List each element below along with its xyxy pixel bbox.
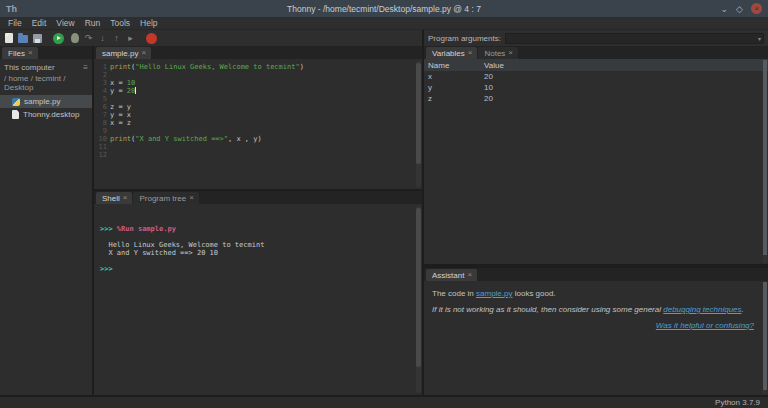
- step-into-icon[interactable]: ↓: [98, 33, 107, 43]
- close-tab-icon[interactable]: [123, 194, 128, 202]
- step-out-icon[interactable]: ↑: [112, 33, 121, 43]
- editor-tabbar: sample.py: [94, 46, 422, 59]
- menu-view[interactable]: View: [52, 17, 78, 29]
- menu-edit[interactable]: Edit: [28, 17, 51, 29]
- stop-icon[interactable]: [146, 33, 157, 44]
- line-number: 4: [94, 87, 107, 95]
- titlebar: Th Thonny - /home/tecmint/Desktop/sample…: [0, 0, 768, 17]
- code-line: [110, 95, 422, 103]
- tab-label: Variables: [432, 49, 465, 58]
- close-icon[interactable]: ×: [751, 3, 762, 14]
- files-header: This computer ≡: [0, 62, 92, 73]
- line-numbers: 123456789101112: [94, 63, 110, 189]
- menu-run[interactable]: Run: [81, 17, 105, 29]
- shell-panel: ShellProgram tree >>> %Run sample.py Hel…: [94, 191, 422, 395]
- step-over-icon[interactable]: ↷: [84, 33, 93, 43]
- assistant-link[interactable]: debugging techniques: [663, 305, 741, 314]
- tab-shell-shell[interactable]: Shell: [96, 192, 132, 204]
- feedback-row: Was it helpful or confusing?: [432, 321, 754, 330]
- table-row[interactable]: x20: [424, 71, 768, 82]
- line-number: 3: [94, 79, 107, 87]
- shell-line: Hello Linux Geeks, Welcome to tecmint: [100, 241, 422, 249]
- code-line: [110, 127, 422, 135]
- menu-file[interactable]: File: [4, 17, 26, 29]
- variables-scrollbar[interactable]: [763, 60, 767, 263]
- file-item[interactable]: sample.py: [0, 95, 92, 108]
- assistant-tabbar: Assistant: [424, 268, 768, 281]
- tab-files[interactable]: Files: [2, 47, 38, 59]
- line-number: 9: [94, 127, 107, 135]
- column-value[interactable]: Value: [484, 61, 504, 70]
- resume-icon[interactable]: ▸: [126, 33, 135, 43]
- toolbar: ↷ ↓ ↑ ▸: [0, 30, 422, 46]
- assistant-link[interactable]: sample.py: [476, 289, 512, 298]
- code-token: "Hello Linux Geeks, Welcome to tecmint": [135, 63, 299, 71]
- python-version[interactable]: Python 3.7.9: [715, 398, 760, 407]
- variables-table: Name Value x20y10z20: [424, 59, 768, 264]
- assistant-scrollbar[interactable]: [763, 282, 767, 394]
- open-file-icon[interactable]: [18, 35, 28, 43]
- panels-row: Files This computer ≡ / home / tecmint /…: [0, 46, 422, 395]
- close-tab-icon[interactable]: [189, 194, 194, 202]
- variables-rows: x20y10z20: [424, 71, 768, 104]
- chevron-down-icon[interactable]: ▾: [758, 35, 761, 42]
- line-number: 10: [94, 135, 107, 143]
- debug-script-icon[interactable]: [71, 33, 79, 43]
- program-arguments-input[interactable]: ▾: [505, 33, 764, 44]
- new-file-icon[interactable]: [5, 33, 13, 43]
- close-tab-icon[interactable]: [28, 49, 33, 57]
- code-line: print("Hello Linux Geeks, Welcome to tec…: [110, 63, 422, 71]
- shell-token: Hello Linux Geeks, Welcome to tecmint: [100, 241, 264, 249]
- minimize-icon[interactable]: ⌄: [721, 4, 729, 14]
- code-line: x = z: [110, 119, 422, 127]
- table-row[interactable]: z20: [424, 93, 768, 104]
- feedback-link[interactable]: Was it helpful or confusing?: [656, 321, 754, 330]
- menu-hamburger-icon[interactable]: ≡: [83, 63, 88, 72]
- files-body: This computer ≡ / home / tecmint / Deskt…: [0, 59, 92, 395]
- files-path: / home / tecmint / Desktop: [0, 73, 92, 95]
- code-editor[interactable]: 123456789101112 print("Hello Linux Geeks…: [94, 59, 422, 189]
- tab-shell-program-tree[interactable]: Program tree: [133, 192, 198, 204]
- column-name[interactable]: Name: [424, 61, 484, 70]
- shell-token: >>>: [100, 265, 117, 273]
- code-token: y =: [110, 87, 127, 95]
- tab-assistant[interactable]: Assistant: [426, 269, 477, 281]
- close-tab-icon[interactable]: [508, 49, 513, 57]
- code-area[interactable]: print("Hello Linux Geeks, Welcome to tec…: [110, 63, 422, 189]
- shell-output[interactable]: >>> %Run sample.py Hello Linux Geeks, We…: [94, 204, 422, 395]
- code-token: x = z: [110, 119, 131, 127]
- table-row[interactable]: y10: [424, 82, 768, 93]
- line-number: 2: [94, 71, 107, 79]
- code-token: y = x: [110, 111, 131, 119]
- assistant-content: The code in sample.py looks good.If it i…: [424, 281, 768, 395]
- variable-name: y: [424, 83, 484, 92]
- code-token: "X and Y switched ==>": [135, 135, 228, 143]
- menu-help[interactable]: Help: [136, 17, 161, 29]
- variables-table-header: Name Value: [424, 59, 768, 71]
- window-title: Thonny - /home/tecmint/Desktop/sample.py…: [0, 4, 768, 14]
- close-tab-icon[interactable]: [141, 49, 146, 57]
- window-controls: ⌄ ◇ ×: [721, 3, 762, 14]
- line-number: 12: [94, 151, 107, 159]
- variable-name: x: [424, 72, 484, 81]
- menu-tools[interactable]: Tools: [106, 17, 134, 29]
- file-icon: [12, 110, 19, 119]
- line-number: 8: [94, 119, 107, 127]
- shell-scrollbar[interactable]: [416, 206, 421, 393]
- left-region: ↷ ↓ ↑ ▸ Files This computer: [0, 30, 422, 395]
- tab-vars-variables[interactable]: Variables: [426, 47, 477, 59]
- maximize-icon[interactable]: ◇: [736, 4, 743, 14]
- editor-scrollbar[interactable]: [416, 61, 421, 187]
- variable-value: 20: [484, 94, 493, 103]
- file-item[interactable]: Thonny.desktop: [0, 108, 92, 121]
- line-number: 5: [94, 95, 107, 103]
- close-tab-icon[interactable]: [468, 49, 473, 57]
- main-area: ↷ ↓ ↑ ▸ Files This computer: [0, 30, 768, 395]
- save-file-icon[interactable]: [33, 34, 42, 43]
- run-script-icon[interactable]: [53, 33, 64, 44]
- python-icon: [12, 98, 20, 106]
- tab-vars-notes[interactable]: Notes: [478, 47, 518, 59]
- close-tab-icon[interactable]: [467, 271, 472, 279]
- file-list: sample.pyThonny.desktop: [0, 95, 92, 121]
- tab-sample-py[interactable]: sample.py: [96, 47, 151, 59]
